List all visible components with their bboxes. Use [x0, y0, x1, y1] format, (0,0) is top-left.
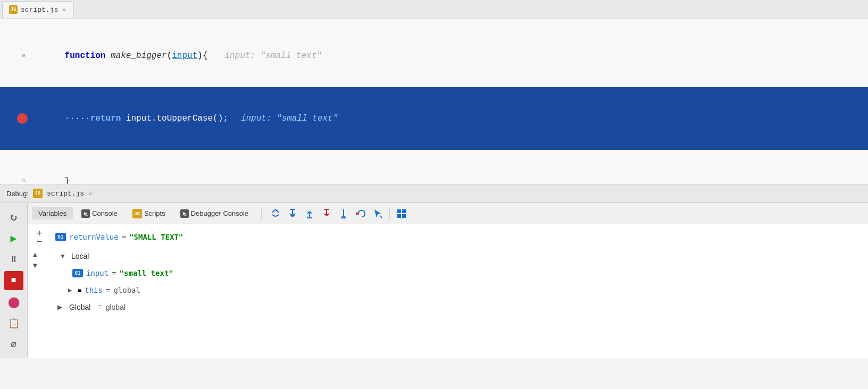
resume-button[interactable]: ▶ [4, 229, 23, 248]
step-out-button[interactable] [302, 206, 317, 221]
type-icon-01-return: 01 [55, 233, 66, 241]
local-section-container: ▲ ▼ ▼ Local 01 input = "small text" [28, 248, 868, 316]
svg-rect-3 [184, 215, 187, 216]
var-row-return-value: + − 01 returnValue = "SMALL TEXT" [28, 226, 868, 248]
keyword-function: function [65, 51, 106, 61]
var-row-this[interactable]: ▶ ≡ this = global [43, 282, 868, 299]
disable-button[interactable]: ⌀ [4, 335, 23, 354]
tab-console[interactable]: Console [75, 207, 124, 220]
var-eq-global: = [98, 303, 102, 311]
debug-label: Debug: [6, 190, 29, 198]
svg-marker-24 [374, 209, 381, 218]
variables-pane: + − 01 returnValue = "SMALL TEXT" ▲ ▼ [28, 224, 868, 358]
debug-tab-close[interactable]: ✕ [88, 190, 92, 198]
closing-brace: } [65, 176, 70, 184]
debug-body: ↻ ▶ ⏸ ■ ⬤ 📋 ⌀ Variables Console JS Scrip… [0, 203, 868, 358]
local-section-row[interactable]: ▼ Local [43, 248, 868, 265]
code-line-1: ⊖ function make_bigger(input){input: "sm… [0, 24, 868, 87]
scroll-up-button[interactable]: ▲ [30, 250, 40, 260]
type-icon-01-input: 01 [72, 269, 83, 277]
rerun-button[interactable]: ↻ [4, 207, 23, 226]
debug-tab-label: script.js [47, 190, 84, 198]
var-name-this: this [85, 286, 103, 294]
tab-close-button[interactable]: ✕ [61, 6, 67, 14]
var-value-returnValue: "SMALL TEXT" [129, 233, 183, 241]
debug-header: Debug: JS script.js ✕ [0, 184, 868, 203]
fold-icon-1[interactable]: ⊖ [22, 46, 26, 66]
pause-button[interactable]: ⏸ [4, 250, 23, 269]
debug-tab-js-icon: JS [33, 189, 43, 198]
svg-line-25 [380, 216, 382, 218]
step-into-button[interactable] [285, 206, 300, 221]
param-input: input [172, 51, 197, 61]
breakpoint-icon[interactable] [17, 113, 28, 124]
js-file-icon: JS [9, 5, 18, 14]
scroll-down-button[interactable]: ▼ [30, 260, 40, 271]
code-content-2: ·····return input.toUpperCase();input: "… [32, 88, 868, 149]
tab-scripts[interactable]: JS Scripts [126, 207, 172, 221]
tab-variables[interactable]: Variables [32, 207, 73, 219]
var-value-this: global [113, 286, 140, 294]
mute-button[interactable]: ⬤ [4, 292, 23, 311]
toolbar-divider-2 [389, 208, 390, 219]
var-value-input: "small text" [120, 269, 173, 277]
var-row-input: 01 input = "small text" [43, 265, 868, 282]
remove-watch-button[interactable]: − [34, 237, 45, 246]
this-expand-arrow: ▶ [68, 286, 77, 294]
hint-1: input: "small text" [224, 51, 321, 61]
var-name-input: input [86, 269, 108, 277]
editor-tab-bar: JS script.js ✕ [0, 0, 868, 19]
code-line-3: ⊖ } [0, 150, 868, 184]
hint-2: input: "small text" [241, 114, 338, 123]
tab-script-js[interactable]: JS script.js ✕ [2, 1, 74, 18]
local-expand-arrow: ▼ [60, 252, 68, 260]
code-editor: ⊖ function make_bigger(input){input: "sm… [0, 19, 868, 184]
plus-minus-col: + − [32, 229, 47, 246]
scripts-js-icon: JS [132, 209, 142, 218]
keyword-return: return [90, 114, 121, 123]
var-value-global: global [106, 303, 126, 311]
fold-icon-3[interactable]: ⊖ [22, 171, 26, 184]
svg-rect-28 [397, 214, 401, 218]
reset-frame-button[interactable] [353, 206, 368, 221]
svg-rect-26 [397, 209, 401, 213]
code-content-3: } [32, 151, 868, 184]
var-name-returnValue: returnValue [69, 233, 119, 241]
global-label: Global [67, 301, 95, 314]
debug-main-area: Variables Console JS Scripts Debugger Co… [28, 203, 868, 358]
tab-debugger-console[interactable]: Debugger Console [174, 207, 255, 220]
line-gutter-2 [0, 113, 32, 124]
stop-button[interactable]: ■ [4, 271, 23, 290]
line-gutter-1: ⊖ [0, 46, 32, 66]
variables-list: ▼ Local 01 input = "small text" ▶ ≡ [43, 248, 868, 316]
global-section-row[interactable]: ▶ Global = global [43, 299, 868, 316]
debug-controls-sidebar: ↻ ▶ ⏸ ■ ⬤ 📋 ⌀ [0, 203, 28, 358]
tab-label: script.js [21, 6, 58, 14]
code-line-2: ·····return input.toUpperCase();input: "… [0, 87, 868, 150]
svg-rect-1 [85, 215, 88, 216]
var-eq-this: = [106, 286, 110, 294]
console-icon [81, 209, 90, 218]
var-eq-1: = [122, 233, 126, 241]
local-label: Local [69, 250, 93, 263]
debug-toolbar: Variables Console JS Scripts Debugger Co… [28, 203, 868, 224]
scroll-col: ▲ ▼ [28, 248, 43, 316]
force-return-button[interactable] [336, 206, 351, 221]
step-into-mycode-button[interactable] [319, 206, 334, 221]
code-content-1: function make_bigger(input){input: "smal… [32, 26, 868, 86]
svg-rect-27 [402, 209, 406, 213]
log-button[interactable]: 📋 [4, 314, 23, 333]
step-over-button[interactable] [268, 206, 283, 221]
line-gutter-3: ⊖ [0, 171, 32, 184]
breakpoints-view-button[interactable] [394, 206, 409, 221]
svg-rect-29 [402, 214, 406, 218]
global-expand-arrow: ▶ [57, 303, 66, 311]
function-name: make_bigger [111, 51, 167, 61]
cursor-position-button[interactable] [370, 206, 385, 221]
debugger-console-icon [180, 209, 189, 218]
toolbar-divider-1 [261, 208, 262, 219]
var-eq-input: = [112, 269, 116, 277]
